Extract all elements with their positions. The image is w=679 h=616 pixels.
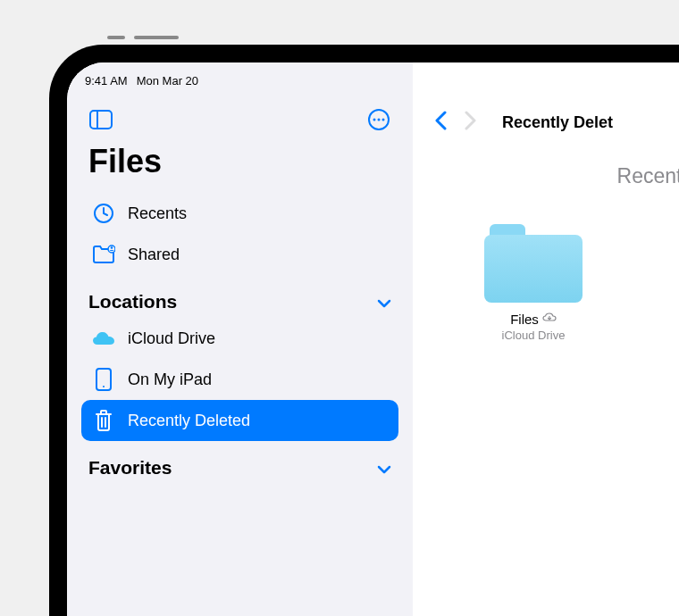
more-button[interactable] [366,107,391,132]
sidebar-toggle-button[interactable] [88,107,113,132]
trash-icon [92,409,115,432]
main-subtitle: Recently [413,141,679,206]
location-item-onipad[interactable]: On My iPad [81,359,398,400]
shared-folder-icon [92,243,115,266]
svg-point-10 [103,386,105,387]
nav-list: Recents Shared [67,193,413,275]
location-label: On My iPad [128,370,212,389]
screen: 9:41 AM Mon Mar 20 [67,62,679,616]
cloud-download-icon [542,312,557,327]
clock-icon [92,202,115,225]
svg-rect-0 [90,111,112,129]
app-title: Files [67,139,413,193]
location-item-icloud[interactable]: iCloud Drive [81,318,398,359]
locations-list: iCloud Drive On My iPad [67,318,413,441]
forward-button[interactable] [465,111,477,134]
main-content: Recently Delet Recently Files [413,62,679,616]
location-label: iCloud Drive [128,329,215,348]
nav-item-recents[interactable]: Recents [81,193,398,234]
sidebar-toolbar [67,98,413,139]
nav-item-label: Recents [128,204,187,223]
location-label: Recently Deleted [128,412,250,430]
section-title: Locations [88,291,177,312]
svg-point-5 [382,119,385,121]
chevron-left-icon [434,111,447,130]
location-item-recently-deleted[interactable]: Recently Deleted [81,400,398,441]
chevron-down-icon [377,291,391,312]
svg-point-4 [378,119,381,121]
svg-point-3 [373,119,376,121]
chevron-right-icon [465,111,477,130]
ipad-icon [92,368,115,391]
section-title: Favorites [88,457,172,479]
folder-name-row: Files [510,312,557,327]
sidebar: Files Recents [67,62,413,616]
folder-icon [484,224,583,303]
svg-point-8 [111,246,113,249]
status-date: Mon Mar 20 [137,74,198,87]
status-bar: 9:41 AM Mon Mar 20 [67,62,413,91]
device-frame: 9:41 AM Mon Mar 20 [49,45,679,616]
folder-name: Files [510,312,539,327]
sidebar-icon [89,110,113,129]
folder-grid: Files iCloud Drive [413,206,679,342]
icloud-icon [92,327,115,350]
nav-item-label: Shared [128,246,180,264]
main-title: Recently Delet [502,113,613,132]
ellipsis-circle-icon [367,108,390,131]
chevron-down-icon [377,457,391,479]
folder-item[interactable]: Files iCloud Drive [466,224,600,342]
section-header-locations[interactable]: Locations [67,275,413,318]
main-toolbar: Recently Delet [413,98,679,141]
nav-item-shared[interactable]: Shared [81,234,398,275]
section-header-favorites[interactable]: Favorites [67,441,413,484]
folder-location: iCloud Drive [502,329,566,342]
status-time: 9:41 AM [85,74,128,87]
back-button[interactable] [434,111,447,134]
